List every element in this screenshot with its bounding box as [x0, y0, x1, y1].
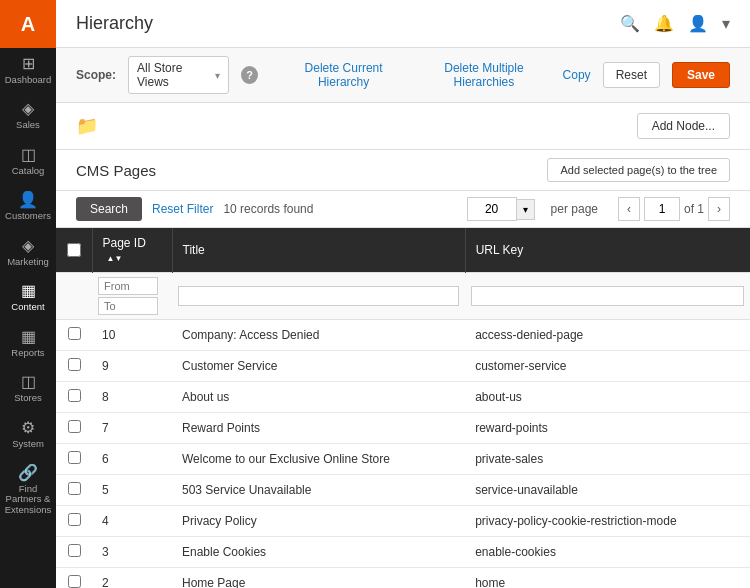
table-row: 2 Home Page home [56, 568, 750, 589]
reset-button[interactable]: Reset [603, 62, 660, 88]
filter-cell-checkbox [56, 273, 92, 320]
row-page-id: 5 [92, 475, 172, 506]
row-checkbox[interactable] [68, 358, 81, 371]
records-info: 10 records found [223, 202, 313, 216]
toolbar: Scope: All Store Views ▾ ? Delete Curren… [56, 48, 750, 103]
search-icon[interactable]: 🔍 [620, 14, 640, 33]
cms-header: CMS Pages Add selected page(s) to the tr… [56, 150, 750, 191]
filter-from-input[interactable] [98, 277, 158, 295]
sidebar-label-system: System [12, 439, 44, 449]
th-checkbox [56, 228, 92, 273]
row-title: Reward Points [172, 413, 465, 444]
filter-cell-title [172, 273, 465, 320]
more-icon[interactable]: ▾ [722, 14, 730, 33]
th-page-id-label: Page ID [103, 236, 146, 250]
per-page-input[interactable] [467, 197, 517, 221]
content-icon: ▦ [21, 283, 36, 299]
row-url-key: home [465, 568, 750, 589]
th-page-id[interactable]: Page ID ▲▼ [92, 228, 172, 273]
th-title-label: Title [183, 243, 205, 257]
row-title: Welcome to our Exclusive Online Store [172, 444, 465, 475]
search-button[interactable]: Search [76, 197, 142, 221]
row-checkbox-cell [56, 568, 92, 589]
per-page-select: ▾ [467, 197, 535, 221]
table-row: 10 Company: Access Denied access-denied-… [56, 320, 750, 351]
row-url-key: private-sales [465, 444, 750, 475]
per-page-arrow[interactable]: ▾ [517, 199, 535, 220]
sidebar-item-reports[interactable]: ▦ Reports [0, 321, 56, 366]
table-row: 4 Privacy Policy privacy-policy-cookie-r… [56, 506, 750, 537]
row-checkbox-cell [56, 506, 92, 537]
row-checkbox[interactable] [68, 451, 81, 464]
row-page-id: 9 [92, 351, 172, 382]
row-title: About us [172, 382, 465, 413]
topbar: Hierarchy 🔍 🔔 👤 ▾ [56, 0, 750, 48]
row-checkbox[interactable] [68, 389, 81, 402]
sidebar-item-marketing[interactable]: ◈ Marketing [0, 230, 56, 275]
sort-icon-page-id: ▲▼ [107, 255, 123, 263]
topbar-icons: 🔍 🔔 👤 ▾ [620, 14, 730, 33]
filter-title-input[interactable] [178, 286, 459, 306]
table-row: 5 503 Service Unavailable service-unavai… [56, 475, 750, 506]
add-node-button[interactable]: Add Node... [637, 113, 730, 139]
sidebar-item-system[interactable]: ⚙ System [0, 412, 56, 457]
save-button[interactable]: Save [672, 62, 730, 88]
scope-dropdown-arrow: ▾ [215, 70, 220, 81]
sidebar-item-stores[interactable]: ◫ Stores [0, 366, 56, 411]
delete-multiple-button[interactable]: Delete Multiple Hierarchies [417, 61, 550, 89]
row-page-id: 4 [92, 506, 172, 537]
sidebar-item-catalog[interactable]: ◫ Catalog [0, 139, 56, 184]
prev-page-button[interactable]: ‹ [618, 197, 640, 221]
per-page-label: per page [551, 202, 598, 216]
sidebar-item-content[interactable]: ▦ Content [0, 275, 56, 320]
row-checkbox[interactable] [68, 327, 81, 340]
sidebar-logo: A [0, 0, 56, 48]
sidebar-label-stores: Stores [14, 393, 41, 403]
row-checkbox-cell [56, 537, 92, 568]
reset-filter-button[interactable]: Reset Filter [152, 202, 213, 216]
add-pages-button[interactable]: Add selected page(s) to the tree [547, 158, 730, 182]
next-page-button[interactable]: › [708, 197, 730, 221]
sidebar: A ⊞ Dashboard ◈ Sales ◫ Catalog 👤 Custom… [0, 0, 56, 588]
filter-url-key-input[interactable] [471, 286, 744, 306]
main-content: Hierarchy 🔍 🔔 👤 ▾ Scope: All Store Views… [56, 0, 750, 588]
filter-to-input[interactable] [98, 297, 158, 315]
cms-pages-table: Page ID ▲▼ Title URL Key [56, 228, 750, 588]
row-checkbox[interactable] [68, 575, 81, 588]
row-title: 503 Service Unavailable [172, 475, 465, 506]
page-number-input[interactable] [644, 197, 680, 221]
cms-title: CMS Pages [76, 162, 156, 179]
copy-button[interactable]: Copy [563, 68, 591, 82]
scope-select[interactable]: All Store Views ▾ [128, 56, 229, 94]
row-checkbox[interactable] [68, 482, 81, 495]
marketing-icon: ◈ [22, 238, 34, 254]
sidebar-item-sales[interactable]: ◈ Sales [0, 93, 56, 138]
bell-icon[interactable]: 🔔 [654, 14, 674, 33]
page-title: Hierarchy [76, 13, 153, 34]
search-bar: Search Reset Filter 10 records found ▾ p… [56, 191, 750, 228]
catalog-icon: ◫ [21, 147, 36, 163]
row-page-id: 6 [92, 444, 172, 475]
sidebar-item-dashboard[interactable]: ⊞ Dashboard [0, 48, 56, 93]
row-page-id: 3 [92, 537, 172, 568]
reports-icon: ▦ [21, 329, 36, 345]
row-checkbox[interactable] [68, 513, 81, 526]
user-icon[interactable]: 👤 [688, 14, 708, 33]
row-title: Company: Access Denied [172, 320, 465, 351]
sales-icon: ◈ [22, 101, 34, 117]
delete-current-button[interactable]: Delete Current Hierarchy [282, 61, 405, 89]
sidebar-label-sales: Sales [16, 120, 40, 130]
sidebar-item-customers[interactable]: 👤 Customers [0, 184, 56, 229]
sidebar-label-extensions: Find Partners & Extensions [4, 484, 52, 515]
node-tree-icon: 📁 [76, 115, 98, 137]
row-checkbox[interactable] [68, 544, 81, 557]
row-title: Home Page [172, 568, 465, 589]
sidebar-item-extensions[interactable]: 🔗 Find Partners & Extensions [0, 457, 56, 523]
page-of-label: of 1 [684, 202, 704, 216]
row-checkbox[interactable] [68, 420, 81, 433]
select-all-checkbox[interactable] [67, 243, 81, 257]
scope-value: All Store Views [137, 61, 211, 89]
row-checkbox-cell [56, 475, 92, 506]
help-icon[interactable]: ? [241, 66, 258, 84]
sidebar-label-marketing: Marketing [7, 257, 49, 267]
